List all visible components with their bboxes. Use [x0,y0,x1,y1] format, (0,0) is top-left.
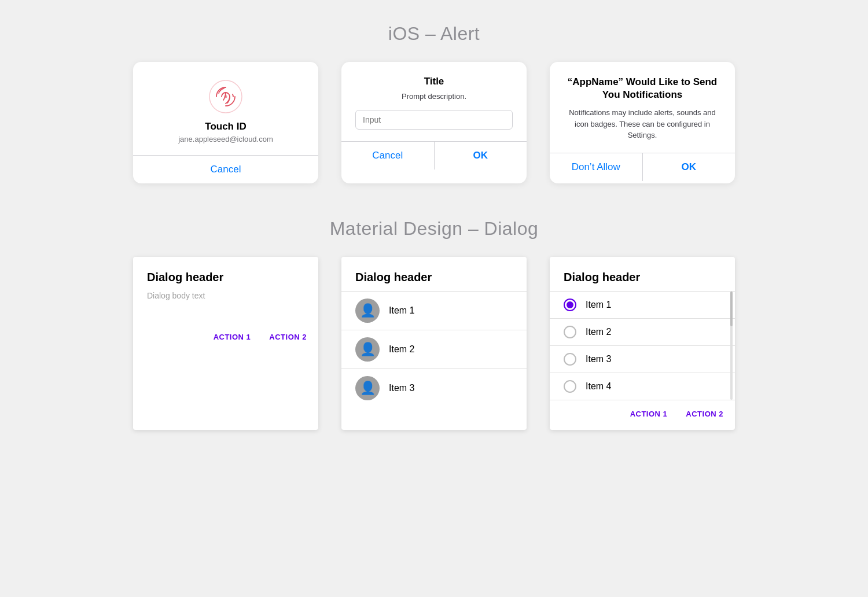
list-item-1[interactable]: 👤 Item 1 [341,292,527,330]
notif-btn-row: Don’t Allow OK [550,153,735,181]
radio-circle-2 [564,326,576,338]
radio-circle-1 [564,298,576,311]
avatar-3: 👤 [355,376,380,400]
list-item-3-label: Item 3 [389,383,414,393]
touchid-cancel-button[interactable]: Cancel [133,156,318,183]
alert-title: Title [355,76,513,87]
simple-action1-button[interactable]: ACTION 1 [207,328,258,346]
simple-dialog-actions: ACTION 1 ACTION 2 [133,323,318,353]
radio-label-1: Item 1 [586,300,611,310]
radio-circle-3 [564,353,576,366]
radio-item-3[interactable]: Item 3 [550,346,735,373]
notif-body: Notifications may include alerts, sounds… [564,107,721,141]
title-input-content: Title Prompt description. [341,62,527,141]
dont-allow-button[interactable]: Don’t Allow [550,153,642,181]
notif-ok-button[interactable]: OK [643,153,735,181]
alert-cancel-button[interactable]: Cancel [341,142,434,169]
radio-action1-button[interactable]: ACTION 1 [623,405,675,423]
radio-label-2: Item 2 [586,327,611,337]
touchid-card: Touch ID jane.appleseed@icloud.com Cance… [133,62,318,183]
ios-section-title: iOS – Alert [35,23,833,45]
radio-item-4[interactable]: Item 4 [550,373,735,400]
radio-label-4: Item 4 [586,381,611,392]
radio-dialog: Dialog header Item 1 Item 2 Item 3 [550,257,735,430]
svg-point-1 [225,95,227,98]
radio-dialog-actions: ACTION 1 ACTION 2 [550,400,735,430]
simple-dialog-body: Dialog body text [133,291,318,323]
person-icon-2: 👤 [360,342,376,357]
radio-dialog-header: Dialog header [550,257,735,291]
radio-list: Item 1 Item 2 Item 3 Item 4 [550,292,735,400]
list-item-2-label: Item 2 [389,344,414,355]
touchid-title: Touch ID [205,121,246,132]
title-input-btn-row: Cancel OK [341,142,527,169]
touchid-content: Touch ID jane.appleseed@icloud.com [133,62,318,155]
touchid-email: jane.appleseed@icloud.com [178,135,273,143]
notif-title: “AppName” Would Like to Send You Notific… [564,76,721,101]
list-item-3[interactable]: 👤 Item 3 [341,369,527,407]
simple-dialog: Dialog header Dialog body text ACTION 1 … [133,257,318,430]
person-icon-1: 👤 [360,303,376,318]
list-item-1-label: Item 1 [389,305,414,316]
radio-label-3: Item 3 [586,354,611,364]
radio-inner-1 [567,301,573,308]
list-dialog-header: Dialog header [341,257,527,291]
fingerprint-icon [208,79,243,114]
radio-item-2[interactable]: Item 2 [550,319,735,345]
scrollbar-track[interactable] [730,292,733,400]
notif-content: “AppName” Would Like to Send You Notific… [550,62,735,153]
list-dialog: Dialog header 👤 Item 1 👤 Item 2 👤 Item 3 [341,257,527,430]
alert-description: Prompt description. [355,92,513,101]
touchid-btn-row: Cancel [133,156,318,183]
scrollbar-thumb[interactable] [730,292,733,326]
title-input-card: Title Prompt description. Cancel OK [341,62,527,183]
avatar-1: 👤 [355,298,380,323]
notif-card: “AppName” Would Like to Send You Notific… [550,62,735,183]
radio-circle-4 [564,380,576,393]
simple-action2-button[interactable]: ACTION 2 [262,328,314,346]
avatar-2: 👤 [355,337,380,362]
simple-dialog-header: Dialog header [133,257,318,291]
alert-ok-button[interactable]: OK [435,142,527,169]
material-cards-row: Dialog header Dialog body text ACTION 1 … [35,257,833,430]
ios-cards-row: Touch ID jane.appleseed@icloud.com Cance… [35,62,833,183]
radio-action2-button[interactable]: ACTION 2 [679,405,730,423]
person-icon-3: 👤 [360,381,376,396]
material-section-title: Material Design – Dialog [35,218,833,239]
list-item-2[interactable]: 👤 Item 2 [341,330,527,368]
alert-input[interactable] [355,110,513,130]
radio-item-1[interactable]: Item 1 [550,292,735,318]
